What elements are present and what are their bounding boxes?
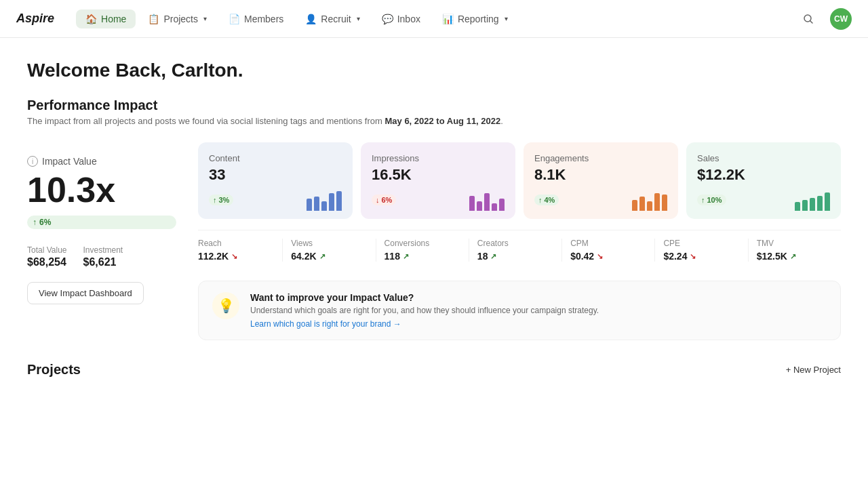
date-range: May 6, 2022 to Aug 11, 2022 (384, 116, 500, 126)
stat-card-badge: ↓ 6% (372, 195, 396, 205)
chevron-down-icon: ▾ (505, 15, 508, 22)
reporting-icon: 📊 (442, 14, 454, 24)
chart-bar (662, 195, 667, 211)
chart-bar (632, 200, 637, 211)
trend-icon: ↓ (376, 196, 380, 204)
trend-icon: ↑ (213, 196, 217, 204)
impact-value-label-row: i Impact Value (27, 156, 176, 167)
search-button[interactable] (797, 8, 819, 30)
sec-metric-creators: Creators 18 ↗ (469, 239, 562, 262)
trend-icon: ↘ (690, 252, 696, 261)
trend-icon: ↗ (790, 252, 796, 261)
sec-metric-label: Creators (477, 239, 553, 248)
nav-item-home[interactable]: 🏠 Home (76, 9, 136, 28)
sec-metric-conversions: Conversions 118 ↗ (376, 239, 469, 262)
nav-label-home: Home (101, 14, 126, 24)
user-avatar[interactable]: CW (830, 8, 852, 30)
sec-metric-value: $2.24 ↘ (663, 251, 739, 262)
stat-card-impressions: Impressions 16.5K ↓ 6% (361, 142, 515, 219)
investment-label: Investment (83, 245, 123, 255)
desc-suffix: . (500, 116, 503, 126)
sec-metric-label: CPE (663, 239, 739, 248)
performance-impact-heading: Performance Impact (27, 98, 841, 113)
sec-metric-value: $0.42 ↘ (570, 251, 646, 262)
nav-label-members: Members (244, 14, 283, 24)
chart-bar (321, 201, 327, 211)
nav-label-inbox: Inbox (397, 14, 420, 24)
info-icon[interactable]: i (27, 156, 38, 167)
stat-card-footer: ↑ 4% (534, 189, 667, 211)
view-impact-dashboard-button[interactable]: View Impact Dashboard (27, 282, 144, 304)
impact-value-number: 10.3x (27, 172, 176, 207)
stat-card-badge: ↑ 10% (697, 195, 726, 205)
impact-value-panel: i Impact Value 10.3x ↑ 6% Total Value $6… (27, 142, 176, 340)
navbar: Aspire 🏠 Home 📋 Projects ▾ 📄 Members 👤 R… (0, 0, 868, 38)
chart-bar (654, 193, 660, 211)
welcome-heading: Welcome Back, Carlton. (27, 60, 841, 81)
sec-metric-reach: Reach 112.2K ↘ (198, 239, 283, 262)
nav-item-reporting[interactable]: 📊 Reporting ▾ (433, 9, 517, 28)
nav-right: CW (797, 8, 852, 30)
trend-icon: ↑ (701, 196, 705, 204)
nav-item-recruit[interactable]: 👤 Recruit ▾ (296, 9, 369, 28)
trend-icon: ↑ (538, 196, 542, 204)
sec-metric-label: Views (291, 239, 367, 248)
stat-card-value: 8.1K (534, 166, 667, 184)
chart-bar (825, 192, 830, 211)
stat-card-value: $12.2K (697, 166, 830, 184)
trend-icon: ↘ (231, 252, 237, 261)
nav-item-inbox[interactable]: 💬 Inbox (372, 9, 430, 28)
sec-metric-value: 118 ↗ (384, 251, 460, 262)
trend-icon: ↗ (490, 252, 496, 261)
chart-bar (492, 203, 497, 211)
stat-card-label: Sales (697, 153, 830, 163)
arrow-up-icon: ↑ (33, 218, 37, 227)
stat-card-badge: ↑ 4% (534, 195, 559, 205)
nav-item-projects[interactable]: 📋 Projects ▾ (138, 9, 216, 28)
recruit-icon: 👤 (305, 14, 317, 24)
trend-icon: ↗ (319, 252, 326, 261)
chart-bar (307, 199, 312, 211)
stat-card-footer: ↑ 10% (697, 189, 830, 211)
projects-heading: Projects (27, 362, 81, 378)
nav-label-projects: Projects (163, 14, 198, 24)
total-value-amount: $68,254 (27, 256, 66, 268)
sec-metric-value: 112.2K ↘ (198, 251, 274, 262)
sec-metric-label: CPM (570, 239, 646, 248)
cards-panel: Content 33 ↑ 3% Impressions 16.5K ↓ 6% E… (198, 142, 841, 340)
new-project-button[interactable]: + New Project (786, 365, 841, 375)
total-value-label: Total Value (27, 245, 66, 255)
stat-card-label: Impressions (372, 153, 505, 163)
sec-metric-tmv: TMV $12.5K ↗ (749, 239, 841, 262)
chart-bar (817, 196, 823, 211)
bulb-icon: 💡 (218, 298, 235, 314)
chart-bar (477, 201, 482, 211)
tip-link[interactable]: Learn which goal is right for your brand… (250, 319, 599, 329)
tip-icon: 💡 (212, 292, 239, 319)
chart-bar (314, 197, 319, 211)
chart-bar (336, 191, 342, 211)
secondary-metrics: Reach 112.2K ↘ Views 64.2K ↗ Conversions… (198, 230, 841, 270)
sec-metric-value: 64.2K ↗ (291, 251, 367, 262)
nav-item-members[interactable]: 📄 Members (219, 9, 293, 28)
stat-card-label: Content (209, 153, 342, 163)
chart-bar (647, 201, 652, 211)
chevron-down-icon: ▾ (357, 15, 360, 22)
trend-icon: ↗ (403, 252, 409, 261)
stat-card-label: Engagements (534, 153, 667, 163)
chart-bar (469, 196, 475, 211)
projects-section: Projects + New Project (27, 362, 841, 378)
sec-metric-cpe: CPE $2.24 ↘ (655, 239, 748, 262)
stat-card-value: 33 (209, 166, 342, 184)
impact-badge-value: 6% (39, 218, 51, 227)
stat-card-engagements: Engagements 8.1K ↑ 4% (524, 142, 678, 219)
stat-card-value: 16.5K (372, 166, 505, 184)
impact-value-badge: ↑ 6% (27, 216, 176, 229)
sec-metric-label: Conversions (384, 239, 460, 248)
tip-content: Want to improve your Impact Value? Under… (250, 292, 599, 329)
nav-items: 🏠 Home 📋 Projects ▾ 📄 Members 👤 Recruit … (76, 9, 797, 28)
chart-bar (795, 202, 800, 211)
nav-label-recruit: Recruit (321, 14, 351, 24)
stat-card-footer: ↑ 3% (209, 189, 342, 211)
sec-metric-value: $12.5K ↗ (757, 251, 833, 262)
